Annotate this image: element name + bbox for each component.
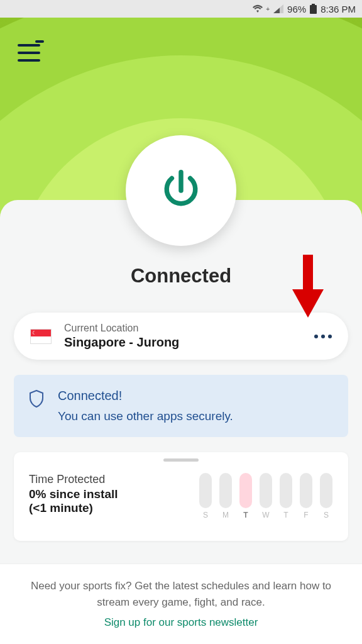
status-bar: + 96% 8:36 PM [0,0,362,18]
time-protected-card[interactable]: Time Protected 0% since install (<1 minu… [14,452,348,541]
svg-rect-1 [310,5,317,14]
menu-button[interactable] [18,44,40,62]
day-bar: T [239,473,253,519]
battery-pct: 96% [287,4,306,14]
wifi-plus-icon: + [266,6,270,13]
battery-icon [310,4,317,14]
day-bar: T [279,473,293,519]
day-bar: F [299,473,313,519]
shield-icon [29,390,44,410]
day-bar: W [259,473,273,519]
banner-title: Connected! [58,389,333,403]
day-bar: S [319,473,333,519]
location-label: Current Location [64,323,314,334]
footer: Need your sports fix? Get the latest sch… [0,564,362,644]
location-selector[interactable]: Current Location Singapore - Jurong [14,313,348,360]
footer-text: Need your sports fix? Get the latest sch… [19,578,343,610]
newsletter-link[interactable]: Sign up for our sports newsletter [19,616,343,629]
drag-handle-icon[interactable] [163,458,199,462]
day-bar: S [199,473,212,519]
connection-status: Connected [0,265,362,287]
notification-dot-icon [35,40,44,43]
singapore-flag-icon [30,329,52,344]
signal-icon [273,4,283,13]
banner-subtitle: You can use other apps securely. [58,409,333,423]
svg-rect-0 [312,4,315,5]
connected-banner: Connected! You can use other apps secure… [14,375,348,437]
wifi-icon [252,4,263,13]
power-toggle-button[interactable] [126,135,236,246]
clock-time: 8:36 PM [321,4,356,14]
time-title: Time Protected [29,473,118,486]
location-value: Singapore - Jurong [64,335,314,350]
day-bar: M [219,473,233,519]
power-icon [156,166,206,215]
more-options-icon[interactable] [314,335,332,338]
time-note: (<1 minute) [29,501,118,515]
time-value: 0% since install [29,487,118,501]
week-bars: SMTWTFS [131,473,333,519]
